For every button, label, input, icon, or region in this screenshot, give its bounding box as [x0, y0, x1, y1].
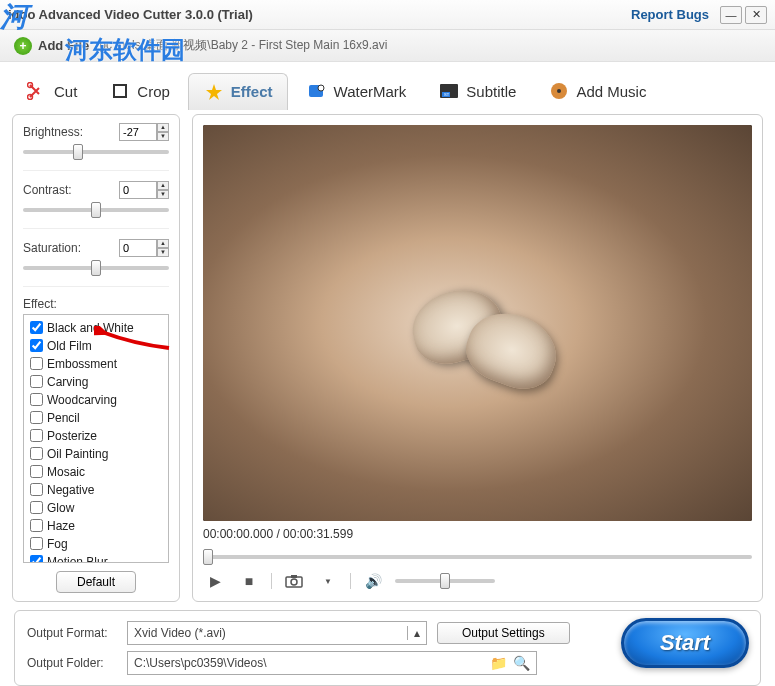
saturation-slider[interactable]	[23, 261, 169, 275]
titlebar: idoo Advanced Video Cutter 3.0.0 (Trial)…	[0, 0, 775, 30]
effect-item-carving[interactable]: Carving	[30, 373, 162, 391]
contrast-value[interactable]	[119, 181, 157, 199]
effect-item-glow[interactable]: Glow	[30, 499, 162, 517]
tab-watermark[interactable]: WaterMark	[292, 73, 421, 109]
effect-checkbox[interactable]	[30, 411, 43, 424]
contrast-up[interactable]: ▲	[157, 181, 169, 190]
start-button[interactable]: Start	[621, 618, 749, 668]
output-format-select[interactable]: Xvid Video (*.avi) ▴	[127, 621, 427, 645]
effect-list[interactable]: Black and WhiteOld FilmEmbossmentCarving…	[23, 314, 169, 563]
folder-open-icon[interactable]: 🔍	[513, 655, 530, 671]
video-preview[interactable]	[203, 125, 752, 521]
output-format-value: Xvid Video (*.avi)	[134, 626, 226, 640]
watermark-icon	[306, 81, 328, 101]
report-bugs-link[interactable]: Report Bugs	[631, 7, 709, 22]
subtitle-icon: ST	[438, 81, 460, 101]
effect-item-black-and-white[interactable]: Black and White	[30, 319, 162, 337]
music-icon	[548, 81, 570, 101]
svg-point-5	[318, 85, 324, 91]
folder-browse-icon[interactable]: 📁	[490, 655, 507, 671]
effect-item-posterize[interactable]: Posterize	[30, 427, 162, 445]
effect-item-embossment[interactable]: Embossment	[30, 355, 162, 373]
add-file-row: + Add File pc tools 桌面 新视频\Baby 2 - Firs…	[0, 30, 775, 62]
saturation-down[interactable]: ▼	[157, 248, 169, 257]
contrast-group: Contrast: ▲▼	[23, 181, 169, 229]
output-folder-value: C:\Users\pc0359\Videos\	[134, 656, 484, 670]
brightness-down[interactable]: ▼	[157, 132, 169, 141]
svg-point-10	[557, 89, 561, 93]
effect-checkbox[interactable]	[30, 447, 43, 460]
effect-item-haze[interactable]: Haze	[30, 517, 162, 535]
tab-watermark-label: WaterMark	[334, 83, 407, 100]
default-button[interactable]: Default	[56, 571, 136, 593]
preview-pane: 00:00:00.000 / 00:00:31.599 ▶ ■ ▼ 🔊	[192, 114, 763, 602]
tab-add-music-label: Add Music	[576, 83, 646, 100]
brightness-group: Brightness: ▲▼	[23, 123, 169, 171]
effect-checkbox[interactable]	[30, 429, 43, 442]
snapshot-button[interactable]	[282, 571, 306, 591]
effect-item-motion-blur[interactable]: Motion Blur	[30, 553, 162, 563]
tab-subtitle-label: Subtitle	[466, 83, 516, 100]
saturation-group: Saturation: ▲▼	[23, 239, 169, 287]
minimize-button[interactable]: —	[720, 6, 742, 24]
saturation-up[interactable]: ▲	[157, 239, 169, 248]
dropdown-icon: ▴	[407, 626, 420, 640]
brightness-slider[interactable]	[23, 145, 169, 159]
output-folder-label: Output Folder:	[27, 656, 117, 670]
tab-crop[interactable]: Crop	[95, 73, 184, 109]
tab-effect[interactable]: Effect	[188, 73, 288, 110]
play-button[interactable]: ▶	[203, 571, 227, 591]
effect-item-fog[interactable]: Fog	[30, 535, 162, 553]
brightness-up[interactable]: ▲	[157, 123, 169, 132]
effect-checkbox[interactable]	[30, 537, 43, 550]
contrast-label: Contrast:	[23, 183, 72, 197]
playback-controls: ▶ ■ ▼ 🔊	[203, 565, 752, 591]
effect-checkbox[interactable]	[30, 375, 43, 388]
effect-item-woodcarving[interactable]: Woodcarving	[30, 391, 162, 409]
effect-item-mosaic[interactable]: Mosaic	[30, 463, 162, 481]
effect-icon	[203, 82, 225, 102]
stop-button[interactable]: ■	[237, 571, 261, 591]
add-file-label[interactable]: Add File	[38, 38, 89, 53]
effect-checkbox[interactable]	[30, 555, 43, 563]
snapshot-dropdown[interactable]: ▼	[316, 571, 340, 591]
volume-icon[interactable]: 🔊	[361, 571, 385, 591]
tab-add-music[interactable]: Add Music	[534, 73, 660, 109]
tab-cut-label: Cut	[54, 83, 77, 100]
tab-crop-label: Crop	[137, 83, 170, 100]
effect-item-pencil[interactable]: Pencil	[30, 409, 162, 427]
output-folder-input[interactable]: C:\Users\pc0359\Videos\ 📁 🔍	[127, 651, 537, 675]
effect-checkbox[interactable]	[30, 393, 43, 406]
tab-bar: Cut Crop Effect WaterMark ST Subtitle Ad…	[0, 62, 775, 114]
window-title: idoo Advanced Video Cutter 3.0.0 (Trial)	[8, 7, 631, 22]
tab-subtitle[interactable]: ST Subtitle	[424, 73, 530, 109]
contrast-down[interactable]: ▼	[157, 190, 169, 199]
file-path: pc tools 桌面 新视频\Baby 2 - First Step Main…	[99, 37, 387, 54]
tab-cut[interactable]: Cut	[12, 73, 91, 109]
effect-checkbox[interactable]	[30, 519, 43, 532]
brightness-value[interactable]	[119, 123, 157, 141]
brightness-label: Brightness:	[23, 125, 83, 139]
volume-slider[interactable]	[395, 579, 495, 583]
seek-slider[interactable]	[203, 555, 752, 559]
effect-item-old-film[interactable]: Old Film	[30, 337, 162, 355]
effect-checkbox[interactable]	[30, 501, 43, 514]
close-button[interactable]: ✕	[745, 6, 767, 24]
effect-item-negative[interactable]: Negative	[30, 481, 162, 499]
effect-checkbox[interactable]	[30, 483, 43, 496]
effect-checkbox[interactable]	[30, 465, 43, 478]
effect-checkbox[interactable]	[30, 339, 43, 352]
saturation-label: Saturation:	[23, 241, 81, 255]
svg-rect-13	[291, 575, 297, 578]
effect-checkbox[interactable]	[30, 357, 43, 370]
time-display: 00:00:00.000 / 00:00:31.599	[203, 521, 752, 543]
effect-item-oil-painting[interactable]: Oil Painting	[30, 445, 162, 463]
effect-checkbox[interactable]	[30, 321, 43, 334]
output-settings-button[interactable]: Output Settings	[437, 622, 570, 644]
contrast-slider[interactable]	[23, 203, 169, 217]
svg-text:ST: ST	[444, 92, 450, 97]
effect-list-label: Effect:	[23, 297, 169, 311]
effect-sidebar: Brightness: ▲▼ Contrast: ▲▼ Saturation:	[12, 114, 180, 602]
saturation-value[interactable]	[119, 239, 157, 257]
add-file-icon[interactable]: +	[14, 37, 32, 55]
